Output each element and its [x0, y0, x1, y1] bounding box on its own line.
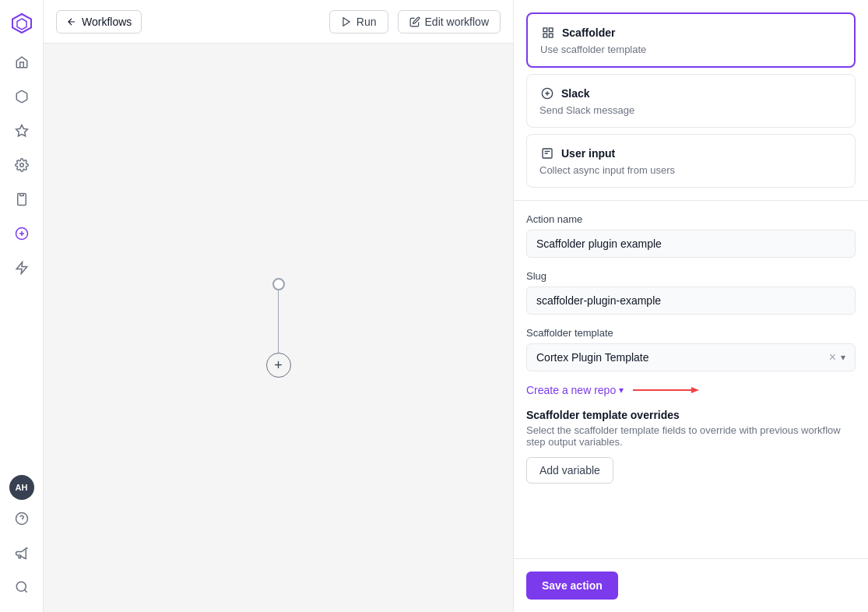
scaffolder-card-title: Scaffolder: [562, 26, 615, 39]
sidebar-item-settings[interactable]: [6, 149, 37, 181]
sidebar-item-star[interactable]: [6, 115, 37, 146]
svg-rect-11: [543, 33, 547, 37]
sidebar-item-rocket[interactable]: [6, 218, 37, 249]
slack-card-desc: Send Slack message: [539, 104, 842, 116]
topbar: Workflows Run Edit workflow: [44, 0, 513, 44]
slug-input[interactable]: [526, 287, 856, 315]
sidebar-item-search[interactable]: [6, 572, 37, 603]
form-section: Action name Slug Scaffolder template Cor…: [514, 201, 868, 409]
action-card-scaffolder[interactable]: Scaffolder Use scaffolder template: [526, 12, 856, 68]
sidebar-item-help[interactable]: [6, 503, 37, 534]
run-label: Run: [357, 16, 377, 28]
svg-rect-10: [549, 28, 553, 32]
save-btn-area: Save action: [514, 558, 868, 612]
back-label: Workflows: [82, 16, 132, 28]
edit-workflow-button[interactable]: Edit workflow: [398, 10, 501, 33]
sidebar-bottom: AH: [6, 475, 37, 603]
sidebar-item-home[interactable]: [6, 47, 37, 78]
add-step-button[interactable]: +: [266, 353, 291, 378]
connector-circle: [272, 278, 285, 290]
edit-icon: [409, 16, 420, 27]
connector-line: [278, 290, 279, 353]
scaffolder-template-label: Scaffolder template: [526, 327, 856, 339]
svg-marker-16: [691, 387, 699, 393]
main-area: Workflows Run Edit workflow +: [44, 0, 513, 612]
play-icon: [341, 16, 352, 27]
sidebar-item-announcement[interactable]: [6, 537, 37, 568]
run-button[interactable]: Run: [329, 10, 388, 33]
scaffolder-icon: [540, 25, 556, 40]
user-input-icon: [539, 146, 555, 161]
svg-rect-12: [549, 33, 553, 37]
overrides-section: Scaffolder template overrides Select the…: [514, 409, 868, 496]
action-card-user-input[interactable]: User input Collect async input from user…: [526, 134, 856, 188]
right-panel: Scaffolder Use scaffolder template Slack…: [513, 0, 868, 612]
svg-marker-0: [16, 125, 27, 136]
svg-marker-8: [343, 17, 350, 26]
user-input-card-title: User input: [561, 147, 615, 160]
slack-card-title: Slack: [561, 87, 590, 100]
overrides-desc: Select the scaffolder template fields to…: [526, 424, 856, 448]
action-name-input[interactable]: [526, 230, 856, 258]
svg-rect-9: [543, 28, 547, 32]
svg-point-6: [16, 582, 26, 591]
svg-line-7: [24, 589, 26, 592]
edit-workflow-label: Edit workflow: [425, 16, 489, 28]
action-name-label: Action name: [526, 213, 856, 225]
select-clear-icon[interactable]: ×: [829, 351, 836, 364]
slug-label: Slug: [526, 270, 856, 282]
scaffolder-card-desc: Use scaffolder template: [540, 44, 842, 55]
sidebar-item-clipboard[interactable]: [6, 184, 37, 215]
sidebar-item-lightning[interactable]: [6, 252, 37, 283]
sidebar-item-cube[interactable]: [6, 81, 37, 112]
slug-group: Slug: [526, 270, 856, 315]
back-button[interactable]: Workflows: [56, 10, 142, 33]
save-action-button[interactable]: Save action: [526, 572, 618, 600]
chevron-down-small-icon: ▾: [619, 385, 624, 396]
action-cards-section: Scaffolder Use scaffolder template Slack…: [514, 0, 868, 201]
scaffolder-template-select[interactable]: Cortex Plugin Template × ▾: [526, 343, 856, 371]
create-repo-row: Create a new repo ▾: [526, 384, 856, 396]
canvas-connector: +: [266, 278, 291, 378]
overrides-title: Scaffolder template overrides: [526, 409, 856, 421]
avatar[interactable]: AH: [9, 475, 34, 500]
create-repo-link[interactable]: Create a new repo ▾: [526, 384, 624, 396]
chevron-down-icon[interactable]: ▾: [841, 352, 845, 363]
scaffolder-template-value: Cortex Plugin Template: [536, 351, 829, 364]
scaffolder-template-group: Scaffolder template Cortex Plugin Templa…: [526, 327, 856, 371]
svg-marker-3: [16, 262, 27, 274]
user-input-card-desc: Collect async input from users: [539, 164, 842, 176]
slack-icon: [539, 86, 555, 101]
sidebar-logo[interactable]: [8, 9, 36, 37]
canvas: +: [44, 44, 513, 612]
action-card-slack[interactable]: Slack Send Slack message: [526, 74, 856, 128]
svg-point-1: [19, 164, 23, 167]
back-arrow-icon: [66, 16, 77, 27]
action-name-group: Action name: [526, 213, 856, 258]
svg-rect-2: [19, 194, 23, 196]
sidebar: AH: [0, 0, 44, 612]
red-arrow-indicator: [633, 384, 703, 396]
add-variable-button[interactable]: Add variable: [526, 457, 613, 484]
